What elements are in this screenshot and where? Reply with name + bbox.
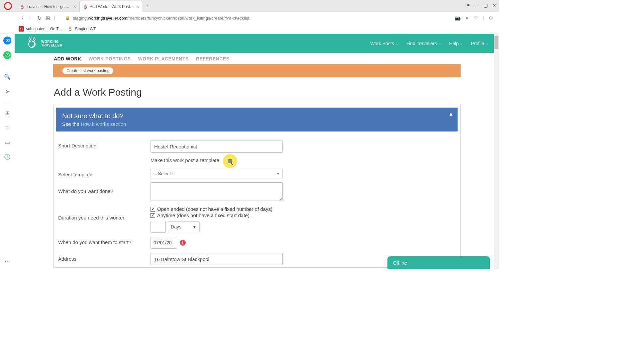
- open-ended-checkbox[interactable]: ✔: [151, 207, 155, 212]
- cursor-icon: ↖: [230, 161, 234, 166]
- nav-work-posts[interactable]: Work Posts⌄: [370, 41, 398, 46]
- short-description-label: Short Description: [58, 140, 151, 148]
- what-done-label: What do you want done?: [58, 182, 151, 194]
- svg-line-2: [33, 37, 35, 40]
- search-icon[interactable]: 🔍: [3, 73, 11, 81]
- create-first-posting-button[interactable]: Create first work posting: [62, 67, 113, 74]
- chat-status-label: Offline: [393, 260, 407, 266]
- bookmarks-heart-icon[interactable]: ♡: [3, 124, 11, 131]
- maximize-icon[interactable]: ▢: [483, 3, 488, 8]
- bookmark-label: sub content - On T...: [26, 27, 62, 31]
- new-tab-button[interactable]: +: [143, 3, 153, 10]
- how-it-works-link[interactable]: How it works section: [81, 121, 126, 127]
- duration-label: Duration you need this worker: [58, 206, 151, 220]
- address-input[interactable]: [151, 253, 283, 265]
- send-icon[interactable]: ➤: [465, 15, 469, 21]
- opera-sidebar: ✉ ✆ 🔍 ➤ ⊞ ♡ ▭ 🕘 ⋯: [0, 34, 15, 269]
- what-done-textarea[interactable]: [151, 182, 283, 201]
- chevron-down-icon: ⌄: [439, 42, 441, 45]
- bookmark-item-1[interactable]: Staging WT: [68, 26, 96, 32]
- speed-dial-icon[interactable]: ⊞: [46, 15, 50, 21]
- whatsapp-icon[interactable]: ✆: [3, 51, 11, 59]
- address-label: Address: [58, 253, 151, 262]
- svg-line-4: [34, 40, 36, 41]
- back-icon[interactable]: 〈: [19, 15, 24, 22]
- vertical-scrollbar[interactable]: ▲: [494, 34, 499, 269]
- nav-profile[interactable]: Profile⌄: [471, 41, 488, 46]
- svg-line-1: [29, 37, 31, 40]
- chat-widget[interactable]: Offline: [387, 256, 490, 269]
- tab-bar: Traveller: How to - guides × Add Work – …: [0, 0, 499, 12]
- reload-icon[interactable]: ↻: [37, 15, 42, 21]
- send-page-icon[interactable]: ➤: [3, 87, 11, 95]
- alert-close-icon[interactable]: ✖: [449, 112, 453, 117]
- when-start-label: When do you want them to start?: [58, 237, 151, 245]
- wt-favicon-icon: [83, 4, 88, 9]
- forward-icon[interactable]: 〉: [28, 15, 33, 22]
- news-icon[interactable]: ▭: [3, 138, 11, 146]
- info-badge-icon[interactable]: i: [180, 240, 186, 246]
- tab-add-work[interactable]: ADD WORK: [54, 56, 81, 61]
- select-template-label: Select template: [58, 169, 151, 177]
- svg-line-3: [28, 40, 30, 41]
- browser-tab-1[interactable]: Add Work – Work Postings ×: [80, 1, 143, 12]
- template-checkbox-label: Make this work post a template: [151, 157, 219, 163]
- address-bar: 〈 〉 ↻ ⊞ | 🔒 staging.workingtraveller.com…: [0, 12, 499, 24]
- scrollbar-thumb[interactable]: [494, 36, 498, 49]
- cursor-highlight: ↖: [223, 154, 237, 168]
- open-ended-label: Open ended (does not have a fixed number…: [157, 206, 272, 212]
- checklist-banner: Create first work posting: [53, 64, 461, 77]
- page-tabs: ADD WORK WORK POSTINGS WORK PLACEMENTS R…: [15, 53, 499, 64]
- history-icon[interactable]: 🕘: [3, 153, 11, 161]
- bookmark-item-0[interactable]: oT sub content - On T...: [19, 26, 62, 32]
- easy-setup-icon[interactable]: ≡: [467, 3, 470, 8]
- tab-work-postings[interactable]: WORK POSTINGS: [89, 56, 131, 61]
- nav-find-travellers[interactable]: Find Travellers⌄: [406, 41, 441, 46]
- anytime-label: Anytime (does not have a fixed start dat…: [157, 213, 250, 218]
- form-card: Not sure what to do? See the How it work…: [53, 104, 461, 268]
- tab-close-icon[interactable]: ×: [73, 4, 76, 9]
- site-logo[interactable]: WORKING TRAVELLER: [25, 36, 62, 51]
- chevron-down-icon: ⌄: [486, 42, 488, 45]
- tab-work-placements[interactable]: WORK PLACEMENTS: [138, 56, 189, 61]
- settings-sliders-icon[interactable]: ⚙: [489, 15, 493, 21]
- snapshot-icon[interactable]: 📷: [455, 15, 461, 21]
- messenger-icon[interactable]: ✉: [3, 37, 11, 44]
- tab-title: Add Work – Work Postings: [90, 4, 135, 9]
- nav-help[interactable]: Help⌄: [449, 41, 463, 46]
- close-window-icon[interactable]: ✕: [492, 3, 496, 8]
- select-template-dropdown[interactable]: -- Select -- ▼: [151, 169, 283, 178]
- page-title: Add a Work Posting: [15, 77, 499, 104]
- url-field[interactable]: 🔒 staging.workingtraveller.com/members/f…: [59, 16, 451, 21]
- page-content: WORKING TRAVELLER Work Posts⌄ Find Trave…: [15, 34, 499, 269]
- heart-icon[interactable]: ♡: [474, 15, 478, 21]
- short-description-input[interactable]: [151, 140, 283, 153]
- anytime-checkbox[interactable]: ✔: [151, 213, 155, 218]
- tab-references[interactable]: REFERENCES: [196, 56, 230, 61]
- tab-title: Traveller: How to - guides: [27, 4, 71, 9]
- template-checkbox-row: Make this work post a template ↖: [151, 157, 290, 163]
- duration-number-input[interactable]: [151, 221, 166, 233]
- site-nav: Work Posts⌄ Find Travellers⌄ Help⌄ Profi…: [370, 41, 488, 46]
- tab-close-icon[interactable]: ×: [137, 4, 139, 9]
- wt-icon: [68, 26, 73, 32]
- site-header: WORKING TRAVELLER Work Posts⌄ Find Trave…: [15, 34, 499, 53]
- ot-icon: oT: [19, 26, 24, 32]
- window-controls: ≡ — ▢ ✕: [467, 3, 496, 8]
- info-alert: Not sure what to do? See the How it work…: [56, 108, 458, 131]
- duration-unit-select[interactable]: Days ▼: [168, 221, 200, 232]
- opera-logo-icon[interactable]: [4, 2, 12, 10]
- grid-icon[interactable]: ⊞: [3, 109, 11, 117]
- minimize-icon[interactable]: —: [474, 3, 479, 8]
- more-icon[interactable]: ⋯: [3, 257, 11, 265]
- logo-hand-icon: [25, 36, 39, 51]
- alert-title: Not sure what to do?: [62, 112, 452, 120]
- chevron-down-icon: ⌄: [460, 42, 463, 45]
- chevron-down-icon: ⌄: [396, 42, 398, 45]
- start-date-input[interactable]: [151, 237, 177, 249]
- bookmark-label: Staging WT: [75, 27, 96, 31]
- wt-favicon-icon: [20, 4, 25, 9]
- chevron-down-icon: ▼: [276, 172, 280, 176]
- browser-tab-0[interactable]: Traveller: How to - guides ×: [17, 1, 80, 12]
- browser-chrome: Traveller: How to - guides × Add Work – …: [0, 0, 499, 34]
